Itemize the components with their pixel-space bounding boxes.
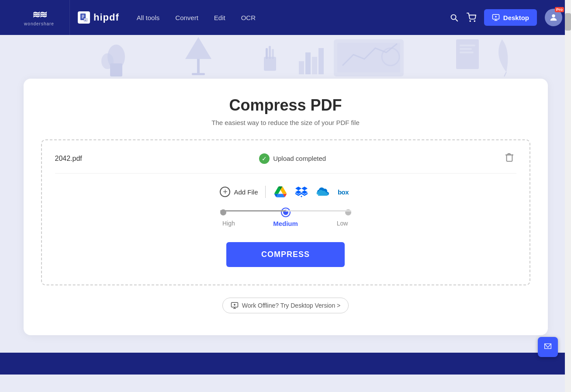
scrollbar-thumb[interactable]: [565, 13, 571, 31]
hipdf-brand: H hipdf: [78, 11, 119, 24]
nav-ocr[interactable]: OCR: [241, 14, 256, 21]
svg-rect-17: [266, 48, 268, 59]
cloud-icons: box: [273, 184, 351, 200]
svg-point-12: [101, 53, 114, 69]
dropbox-button[interactable]: [294, 184, 309, 200]
svg-rect-1: [82, 15, 84, 16]
svg-point-9: [552, 14, 555, 17]
wondershare-icon: ≋≋: [32, 9, 46, 21]
hipdf-label: hipdf: [93, 12, 119, 23]
footer-link-area: Work Offline? Try Desktop Version >: [41, 298, 530, 313]
quality-label-low: Low: [334, 220, 351, 227]
message-float-button[interactable]: [538, 337, 558, 357]
svg-rect-15: [192, 73, 205, 75]
svg-rect-2: [82, 16, 84, 17]
wondershare-brand: ≋≋ wondershare: [9, 0, 70, 35]
svg-rect-29: [460, 48, 472, 50]
upload-area: 2042.pdf ✓ Upload completed + Add: [41, 139, 530, 285]
desktop-button[interactable]: Desktop: [484, 9, 537, 26]
add-file-button[interactable]: + Add File: [220, 187, 258, 197]
svg-rect-28: [460, 45, 475, 46]
svg-rect-20: [299, 61, 304, 74]
nav-convert[interactable]: Convert: [175, 14, 198, 21]
add-file-label: Add File: [234, 188, 258, 196]
delete-file-button[interactable]: [503, 151, 516, 166]
navbar: ≋≋ wondershare H hipdf All tools Convert…: [0, 0, 571, 35]
desktop-version-link[interactable]: Work Offline? Try Desktop Version >: [222, 298, 349, 313]
page-subtitle: The easiest way to reduce the size of yo…: [41, 119, 530, 126]
box-button[interactable]: box: [336, 184, 351, 200]
hero-background: [0, 35, 571, 79]
page-title: Compress PDF: [41, 96, 530, 114]
svg-marker-13: [185, 37, 211, 59]
svg-point-6: [470, 21, 471, 21]
card: Compress PDF The easiest way to reduce t…: [24, 79, 548, 335]
divider: [265, 186, 266, 198]
main-content: Compress PDF The easiest way to reduce t…: [0, 79, 571, 353]
google-drive-button[interactable]: [273, 184, 288, 200]
svg-rect-22: [312, 57, 317, 74]
quality-label-medium: Medium: [273, 220, 299, 227]
check-icon: ✓: [259, 153, 270, 164]
onedrive-button[interactable]: [315, 184, 330, 200]
nav-alltools[interactable]: All tools: [137, 14, 160, 21]
nav-actions: Desktop Pro: [449, 9, 562, 26]
scrollbar[interactable]: [565, 0, 571, 392]
quality-label-high: High: [220, 220, 238, 227]
nav-links: All tools Convert Edit OCR: [137, 14, 449, 21]
svg-point-7: [474, 21, 475, 21]
svg-rect-3: [82, 17, 83, 18]
svg-rect-25: [337, 43, 400, 73]
quality-dot-medium[interactable]: [282, 208, 290, 216]
controls-area: + Add File: [55, 184, 516, 267]
add-icon: +: [220, 187, 230, 197]
search-button[interactable]: [449, 13, 459, 22]
desktop-version-text: Work Offline? Try Desktop Version >: [242, 302, 341, 309]
user-avatar[interactable]: Pro: [545, 9, 562, 26]
add-file-row: + Add File: [220, 184, 351, 200]
svg-rect-14: [197, 59, 200, 74]
file-header: 2042.pdf ✓ Upload completed: [55, 151, 516, 173]
status-text: Upload completed: [273, 155, 326, 162]
bottom-bar: [0, 353, 571, 375]
file-name: 2042.pdf: [55, 155, 82, 163]
pro-badge: Pro: [555, 7, 564, 12]
svg-text:H: H: [85, 19, 87, 21]
compress-button[interactable]: COMPRESS: [226, 242, 345, 267]
svg-rect-18: [269, 46, 271, 59]
hipdf-icon: H: [78, 11, 90, 24]
svg-rect-30: [460, 52, 474, 53]
svg-rect-23: [318, 48, 324, 74]
nav-edit[interactable]: Edit: [214, 14, 225, 21]
desktop-label: Desktop: [503, 14, 529, 21]
upload-status: ✓ Upload completed: [259, 153, 326, 164]
svg-point-31: [301, 196, 302, 197]
cart-button[interactable]: [467, 13, 476, 22]
svg-rect-21: [305, 52, 311, 74]
quality-slider: High Medium Low: [211, 210, 360, 227]
svg-rect-19: [272, 49, 274, 59]
wondershare-label: wondershare: [24, 21, 54, 26]
svg-rect-27: [456, 39, 479, 69]
